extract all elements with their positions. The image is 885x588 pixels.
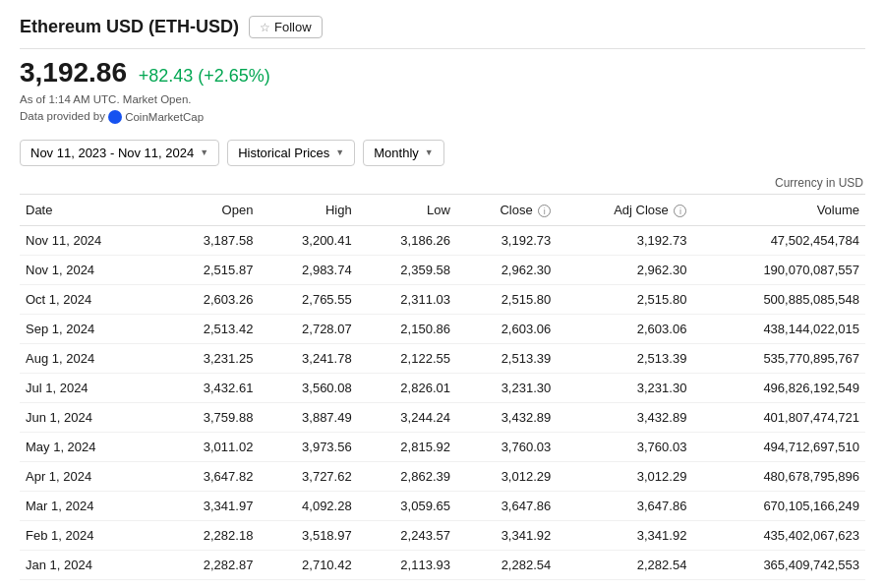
cell-open: 3,341.97 xyxy=(160,491,259,520)
cell-close: 2,603.06 xyxy=(456,314,557,343)
table-row: Nov 11, 2024 3,187.58 3,200.41 3,186.26 … xyxy=(20,225,865,255)
star-icon: ☆ xyxy=(260,21,270,34)
cell-close: 2,281.47 xyxy=(456,579,557,588)
cell-close: 3,760.03 xyxy=(456,432,557,461)
cell-high: 3,200.41 xyxy=(259,225,357,255)
cell-date: Sep 1, 2024 xyxy=(20,314,160,343)
cell-low: 2,046.56 xyxy=(358,579,456,588)
cell-volume: 47,502,454,784 xyxy=(692,225,865,255)
cell-low: 3,244.24 xyxy=(358,402,456,432)
cell-date: Feb 1, 2024 xyxy=(20,520,160,550)
cell-open: 2,603.26 xyxy=(160,284,259,314)
cell-open: 3,647.82 xyxy=(160,461,259,491)
cell-high: 2,765.55 xyxy=(259,284,357,314)
cell-low: 2,122.55 xyxy=(358,343,456,373)
cell-high: 3,973.56 xyxy=(259,432,357,461)
cell-low: 2,113.93 xyxy=(358,550,456,579)
cell-open: 3,759.88 xyxy=(160,402,259,432)
table-row: Feb 1, 2024 2,282.18 3,518.97 2,243.57 3… xyxy=(20,520,865,550)
cell-low: 2,311.03 xyxy=(358,284,456,314)
chevron-down-icon-3: ▼ xyxy=(425,147,434,157)
cell-low: 2,826.01 xyxy=(358,373,456,402)
cell-high: 2,710.42 xyxy=(259,550,357,579)
cell-volume: 500,885,085,548 xyxy=(692,284,865,314)
cell-close: 2,515.80 xyxy=(456,284,557,314)
cell-adj-close: 2,513.39 xyxy=(557,343,692,373)
adj-close-info-icon: i xyxy=(674,205,686,217)
table-row: Apr 1, 2024 3,647.82 3,727.62 2,862.39 3… xyxy=(20,461,865,491)
cell-high: 3,887.49 xyxy=(259,402,357,432)
cell-open: 3,187.58 xyxy=(160,225,259,255)
cell-date: Jul 1, 2024 xyxy=(20,373,160,402)
cell-volume: 670,105,166,249 xyxy=(692,491,865,520)
page-header: Ethereum USD (ETH-USD) ☆ Follow xyxy=(20,16,865,49)
price-table: Date Open High Low Close i Adj Close i V… xyxy=(20,194,865,588)
data-provider-row: Data provided by CoinMarketCap xyxy=(20,108,865,126)
cell-high: 4,092.28 xyxy=(259,491,357,520)
cell-date: Nov 11, 2024 xyxy=(20,225,160,255)
table-header-row: Date Open High Low Close i Adj Close i V… xyxy=(20,194,865,225)
cell-adj-close: 3,231.30 xyxy=(557,373,692,402)
chevron-down-icon: ▼ xyxy=(200,147,208,157)
cell-low: 2,815.92 xyxy=(358,432,456,461)
col-high: High xyxy=(259,194,357,225)
cell-close: 3,647.86 xyxy=(456,491,557,520)
cell-low: 2,243.57 xyxy=(358,520,456,550)
cell-volume: 480,678,795,896 xyxy=(692,461,865,491)
cell-close: 2,962.30 xyxy=(456,255,557,284)
col-volume: Volume xyxy=(692,194,865,225)
cell-adj-close: 2,962.30 xyxy=(557,255,692,284)
chevron-down-icon-2: ▼ xyxy=(335,147,344,157)
cell-adj-close: 2,282.54 xyxy=(557,550,692,579)
cell-adj-close: 3,647.86 xyxy=(557,491,692,520)
col-adj-close: Adj Close i xyxy=(557,194,692,225)
col-low: Low xyxy=(358,194,456,225)
cell-volume: 401,807,474,721 xyxy=(692,402,865,432)
price-meta: As of 1:14 AM UTC. Market Open. Data pro… xyxy=(20,91,865,126)
cell-date: Apr 1, 2024 xyxy=(20,461,160,491)
cell-low: 2,359.58 xyxy=(358,255,456,284)
table-row: May 1, 2024 3,011.02 3,973.56 2,815.92 3… xyxy=(20,432,865,461)
cell-adj-close: 3,432.89 xyxy=(557,402,692,432)
cell-volume: 351,655,489,427 xyxy=(692,579,865,588)
cell-close: 3,012.29 xyxy=(456,461,557,491)
cell-close: 2,282.54 xyxy=(456,550,557,579)
historical-prices-dropdown[interactable]: Historical Prices ▼ xyxy=(227,140,355,166)
cell-adj-close: 3,341.92 xyxy=(557,520,692,550)
cell-date: Dec 1, 2023 xyxy=(20,579,160,588)
follow-button[interactable]: ☆ Follow xyxy=(249,16,323,38)
cell-close: 3,341.92 xyxy=(456,520,557,550)
table-row: Aug 1, 2024 3,231.25 3,241.78 2,122.55 2… xyxy=(20,343,865,373)
cell-open: 2,282.87 xyxy=(160,550,259,579)
page-title: Ethereum USD (ETH-USD) xyxy=(20,17,239,37)
cell-adj-close: 2,603.06 xyxy=(557,314,692,343)
cell-volume: 496,826,192,549 xyxy=(692,373,865,402)
coinmarketcap-logo: CoinMarketCap xyxy=(108,109,204,126)
cell-adj-close: 3,012.29 xyxy=(557,461,692,491)
cell-open: 3,231.25 xyxy=(160,343,259,373)
cell-low: 2,862.39 xyxy=(358,461,456,491)
cell-high: 2,728.07 xyxy=(259,314,357,343)
col-close: Close i xyxy=(456,194,557,225)
cell-low: 3,059.65 xyxy=(358,491,456,520)
cell-date: Mar 1, 2024 xyxy=(20,491,160,520)
cell-date: Oct 1, 2024 xyxy=(20,284,160,314)
cell-open: 2,515.87 xyxy=(160,255,259,284)
frequency-dropdown[interactable]: Monthly ▼ xyxy=(363,140,443,166)
cell-open: 2,513.42 xyxy=(160,314,259,343)
price-display: 3,192.86 +82.43 (+2.65%) xyxy=(20,57,865,88)
cell-volume: 535,770,895,767 xyxy=(692,343,865,373)
price-timestamp: As of 1:14 AM UTC. Market Open. xyxy=(20,91,865,108)
price-value: 3,192.86 xyxy=(20,57,127,88)
cell-date: Jan 1, 2024 xyxy=(20,550,160,579)
col-open: Open xyxy=(160,194,259,225)
cell-open: 3,011.02 xyxy=(160,432,259,461)
frequency-label: Monthly xyxy=(374,146,419,160)
table-row: Nov 1, 2024 2,515.87 2,983.74 2,359.58 2… xyxy=(20,255,865,284)
cell-date: Aug 1, 2024 xyxy=(20,343,160,373)
cell-low: 2,150.86 xyxy=(358,314,456,343)
cell-low: 3,186.26 xyxy=(358,225,456,255)
table-row: Mar 1, 2024 3,341.97 4,092.28 3,059.65 3… xyxy=(20,491,865,520)
date-range-dropdown[interactable]: Nov 11, 2023 - Nov 11, 2024 ▼ xyxy=(20,140,219,166)
cell-high: 3,518.97 xyxy=(259,520,357,550)
